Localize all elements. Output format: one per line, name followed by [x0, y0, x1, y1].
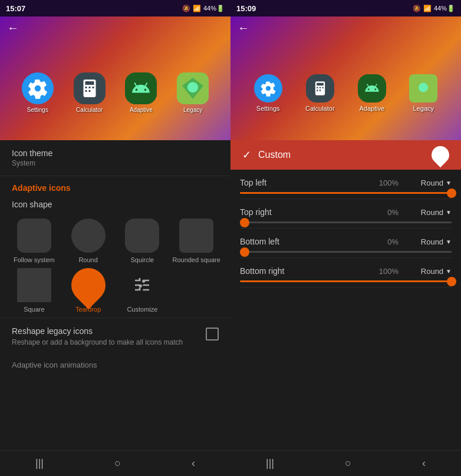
slider-top-right: Top right 0% Round ▼ [240, 199, 452, 229]
shape-rounded-sq-box [179, 219, 213, 253]
nav-back-button[interactable]: ‹ [187, 452, 200, 474]
right-back-button[interactable]: ← [230, 16, 461, 39]
right-app-legacy[interactable]: Legacy [409, 74, 437, 112]
left-wallpaper: ← Settings Calculator [0, 16, 230, 140]
slider-top-left-thumb[interactable] [447, 189, 456, 198]
slider-bottom-right-controls: 100% Round ▼ [379, 267, 452, 276]
right-gear-icon [260, 80, 276, 97]
shape-follow-box [17, 219, 51, 253]
teardrop-preview [428, 143, 453, 167]
reshape-text: Reshape legacy icons Reshape or add a ba… [12, 326, 206, 346]
slider-top-left-type-label: Round [421, 178, 443, 187]
app-calculator[interactable]: Calculator [74, 72, 106, 113]
shape-follow[interactable]: Follow system [9, 219, 59, 263]
slider-top-left-track [240, 192, 452, 194]
battery-icon: 44%🔋 [203, 5, 225, 12]
shape-squircle-box [125, 219, 159, 253]
slider-bottom-left: Bottom left 0% Round ▼ [240, 229, 452, 258]
reshape-checkbox[interactable] [206, 328, 219, 341]
left-time: 15:07 [6, 4, 25, 13]
slider-bottom-right-track-container[interactable] [240, 280, 452, 282]
slider-top-right-type-label: Round [421, 208, 443, 217]
slider-bottom-right-label: Bottom right [240, 266, 284, 276]
app-legacy[interactable]: Legacy [177, 72, 209, 113]
slider-top-right-type[interactable]: Round ▼ [410, 208, 452, 217]
shape-round[interactable]: Round [64, 219, 113, 263]
slider-top-right-controls: 0% Round ▼ [387, 208, 452, 217]
left-app-icons: Settings Calculator Adaptive [0, 39, 230, 140]
right-settings-label: Settings [256, 105, 280, 112]
mute-icon: 🔕 [182, 5, 190, 12]
slider-top-right-thumb[interactable] [240, 218, 249, 227]
bottom-right-dropdown-icon: ▼ [446, 268, 452, 275]
adaptive-icon-bg [125, 72, 157, 104]
slider-top-left-track-container[interactable] [240, 192, 452, 194]
shape-teardrop-box [64, 261, 113, 309]
shape-teardrop[interactable]: Teardrop [64, 268, 113, 313]
shape-customize[interactable]: Customize [118, 268, 167, 313]
right-battery-icon: 44%🔋 [434, 5, 455, 12]
settings-icon-bg [22, 72, 54, 104]
nav-home-button[interactable]: ○ [110, 452, 126, 474]
settings-label: Settings [27, 107, 48, 113]
slider-top-left-type[interactable]: Round ▼ [410, 178, 452, 187]
shape-follow-label: Follow system [14, 256, 55, 263]
shape-rounded-square[interactable]: Rounded square [172, 219, 221, 263]
app-adaptive[interactable]: Adaptive [125, 72, 157, 113]
shape-customize-box [125, 268, 159, 302]
icon-theme-label: Icon theme [12, 148, 219, 158]
icon-theme-row[interactable]: Icon theme System [0, 140, 230, 176]
left-back-button[interactable]: ← [0, 16, 230, 39]
right-nav-back-button[interactable]: ‹ [417, 452, 430, 474]
reshape-main: Reshape legacy icons [12, 326, 206, 336]
adaptive-animations: Adaptive icon animations [0, 355, 230, 375]
legacy-icon [177, 72, 209, 104]
slider-bottom-left-thumb[interactable] [240, 247, 249, 257]
adaptive-icons-title: Adaptive icons [0, 176, 230, 195]
right-app-adaptive[interactable]: Adaptive [358, 74, 386, 112]
right-calc-icon [312, 80, 328, 97]
right-nav-home-button[interactable]: ○ [340, 452, 356, 474]
custom-header[interactable]: ✓ Custom [230, 140, 461, 170]
right-wifi-icon: 📶 [423, 5, 432, 12]
shape-square[interactable]: Square [9, 268, 59, 313]
icon-theme-value: System [12, 159, 219, 167]
slider-top-right-track-container[interactable] [240, 222, 452, 223]
right-app-calculator[interactable]: Calculator [305, 74, 335, 112]
right-legacy-label: Legacy [413, 105, 434, 112]
slider-bottom-right-header: Bottom right 100% Round ▼ [240, 266, 452, 276]
reshape-legacy-row[interactable]: Reshape legacy icons Reshape or add a ba… [0, 318, 230, 355]
shape-squircle[interactable]: Squircle [118, 219, 167, 263]
slider-bottom-right-thumb[interactable] [447, 277, 456, 286]
slider-top-left: Top left 100% Round ▼ [240, 170, 452, 199]
svg-point-3 [419, 82, 428, 92]
slider-bottom-right-type[interactable]: Round ▼ [410, 267, 452, 276]
gear-icon [27, 78, 48, 99]
slider-bottom-right-fill [240, 280, 452, 282]
shape-squircle-label: Squircle [131, 256, 154, 263]
slider-top-right-label: Top right [240, 207, 272, 217]
slider-top-right-track [240, 222, 452, 223]
sliders-icon [133, 276, 152, 295]
slider-bottom-left-track-container[interactable] [240, 251, 452, 253]
slider-bottom-right-type-label: Round [421, 267, 443, 276]
right-app-settings[interactable]: Settings [254, 74, 282, 112]
custom-check-icon: ✓ [242, 148, 251, 161]
shape-square-box [17, 268, 51, 302]
right-time: 15:09 [236, 4, 256, 13]
slider-bottom-left-type-label: Round [421, 237, 443, 246]
wifi-icon: 📶 [193, 5, 201, 12]
slider-top-right-percent: 0% [387, 208, 399, 217]
right-nav-recent-button[interactable]: ||| [261, 452, 279, 474]
right-status-bar: 15:09 🔕 📶 44%🔋 [230, 0, 461, 16]
shape-customize-label: Customize [127, 306, 157, 313]
nav-recent-button[interactable]: ||| [31, 452, 48, 474]
right-legacy-icon [409, 74, 437, 103]
slider-top-left-header: Top left 100% Round ▼ [240, 178, 452, 187]
adaptive-label: Adaptive [130, 107, 153, 113]
slider-bottom-left-type[interactable]: Round ▼ [410, 237, 452, 246]
app-settings[interactable]: Settings [22, 72, 54, 113]
right-android-icon [364, 80, 380, 97]
right-legacy-icon-bg [409, 74, 437, 103]
svg-point-1 [187, 82, 198, 92]
